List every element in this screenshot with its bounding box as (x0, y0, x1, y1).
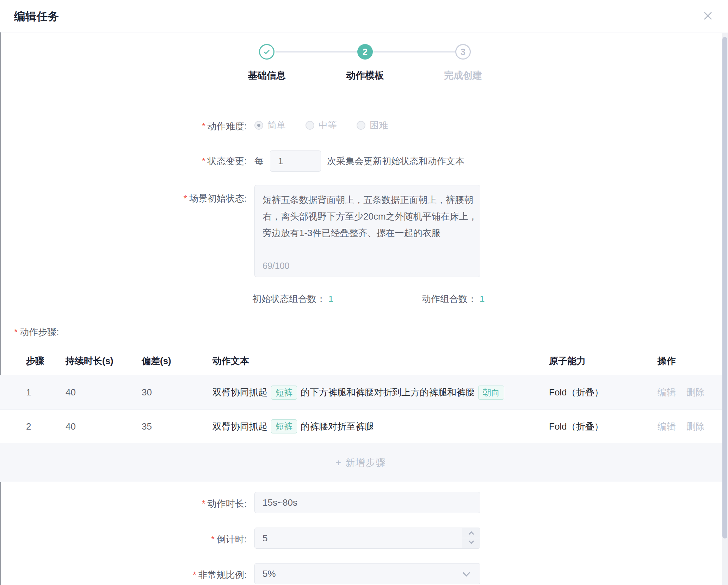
scene-text-line: 右，离头部视野下方至少20cm之外随机平铺在床上， (263, 208, 472, 225)
step-1-circle (259, 44, 274, 60)
required-asterisk: * (211, 534, 215, 544)
countdown-label: *倒计时: (0, 533, 247, 545)
row2-action-text: 双臂协同抓起 短裤 的裤腰对折至裤腿 (212, 419, 549, 433)
col-header-action-text: 动作文本 (212, 355, 549, 367)
required-asterisk: * (14, 327, 18, 337)
unusual-ratio-label: *非常规比例: (0, 569, 247, 581)
initial-combo-value: 1 (328, 294, 333, 304)
chevron-up-icon (468, 531, 474, 537)
countdown-input[interactable]: 5 (254, 528, 480, 549)
edit-link[interactable]: 编辑 (658, 420, 676, 433)
row1-action-text: 双臂协同抓起 短裤 的下方裤腿和裤腰对折到上方的裤腿和裤腰 朝向 (212, 386, 549, 400)
step-1-label: 基础信息 (224, 69, 309, 82)
scrollbar-track[interactable] (722, 33, 728, 585)
difficulty-radio-group: 简单 中等 困难 (254, 119, 408, 131)
row1-operations: 编辑 删除 (658, 386, 722, 399)
unusual-ratio-select[interactable]: 5% (254, 563, 480, 584)
step-3-label: 完成创建 (421, 69, 505, 82)
scene-text-line: 短裤五条数据背面朝上，五条数据正面朝上，裤腰朝 (263, 192, 472, 208)
add-step-row: + 新增步骤 (0, 443, 722, 482)
table-row: 1 40 30 双臂协同抓起 短裤 的下方裤腿和裤腰对折到上方的裤腿和裤腰 朝向… (0, 375, 722, 410)
action-steps-label: *动作步骤: (14, 326, 59, 338)
action-duration-label: *动作时长: (0, 498, 247, 510)
step-3-circle: 3 (455, 44, 471, 60)
required-asterisk: * (184, 193, 187, 204)
radio-easy[interactable]: 简单 (254, 119, 286, 131)
delete-link[interactable]: 删除 (686, 386, 705, 399)
edit-link[interactable]: 编辑 (658, 386, 676, 399)
orientation-tag: 朝向 (478, 386, 504, 400)
delete-link[interactable]: 删除 (686, 420, 705, 433)
step-2-circle: 2 (357, 44, 373, 60)
row1-ability: Fold（折叠） (549, 386, 658, 399)
radio-easy-circle[interactable] (254, 121, 263, 130)
scene-state-label: *场景初始状态: (0, 192, 247, 204)
radio-medium[interactable]: 中等 (306, 119, 337, 131)
table-row: 2 40 35 双臂协同抓起 短裤 的裤腰对折至裤腿 Fold（折叠） 编辑 删… (0, 410, 722, 443)
state-change-suffix: 次采集会更新初始状态和动作文本 (327, 155, 464, 167)
scene-text-line: 旁边放有1-3件已经叠整齐、摞在一起的衣服 (263, 225, 472, 241)
edit-task-dialog: 编辑任务 2 3 基础信息 动作模板 完成创建 *动作难度: 简单 (0, 0, 728, 585)
step-3-number: 3 (461, 47, 465, 57)
action-combo-count: 动作组合数：1 (422, 293, 485, 305)
check-icon (263, 48, 271, 56)
col-header-deviation: 偏差(s) (142, 355, 212, 367)
radio-medium-circle[interactable] (306, 121, 314, 130)
state-change-label: *状态变更: (0, 155, 247, 167)
add-step-button[interactable]: + 新增步骤 (335, 456, 386, 469)
row2-deviation: 35 (142, 421, 212, 432)
step-2-label: 动作模板 (323, 69, 407, 82)
col-header-duration: 持续时长(s) (66, 355, 142, 367)
row2-step: 2 (0, 421, 66, 432)
required-asterisk: * (202, 156, 205, 166)
step-connector-2 (374, 51, 455, 53)
scrollbar-thumb[interactable] (722, 37, 727, 538)
step-2-number: 2 (363, 47, 368, 57)
required-asterisk: * (202, 121, 205, 131)
required-asterisk: * (193, 569, 196, 580)
dialog-header: 编辑任务 (0, 0, 728, 32)
chevron-down-icon (468, 538, 474, 544)
radio-medium-label: 中等 (319, 119, 337, 131)
row2-operations: 编辑 删除 (658, 420, 722, 433)
radio-easy-label: 简单 (267, 119, 286, 131)
row2-duration: 40 (66, 421, 142, 432)
object-tag: 短裤 (271, 386, 297, 400)
countdown-spinner (462, 528, 480, 548)
object-tag: 短裤 (271, 419, 297, 433)
char-counter: 69/100 (263, 261, 289, 271)
action-duration-input[interactable]: 15s~80s (254, 492, 480, 513)
col-header-operations: 操作 (658, 355, 722, 367)
step-connector-1 (276, 51, 357, 53)
radio-hard-circle[interactable] (357, 121, 365, 130)
state-change-prefix: 每 (254, 155, 264, 167)
radio-hard-label: 困难 (370, 119, 388, 131)
row2-ability: Fold（折叠） (549, 420, 658, 433)
action-combo-value: 1 (480, 294, 485, 304)
spinner-down-button[interactable] (462, 538, 480, 548)
table-header-row: 步骤 持续时长(s) 偏差(s) 动作文本 原子能力 操作 (0, 347, 722, 375)
radio-hard[interactable]: 困难 (357, 119, 388, 131)
difficulty-label: *动作难度: (0, 120, 247, 132)
row1-duration: 40 (66, 387, 142, 398)
required-asterisk: * (202, 498, 205, 509)
close-icon[interactable] (702, 10, 714, 22)
dialog-title: 编辑任务 (14, 9, 59, 24)
scene-state-textarea[interactable]: 短裤五条数据背面朝上，五条数据正面朝上，裤腰朝 右，离头部视野下方至少20cm之… (254, 185, 480, 277)
spinner-up-button[interactable] (462, 528, 480, 538)
state-change-input[interactable]: 1 (270, 150, 321, 172)
initial-combo-count: 初始状态组合数：1 (252, 293, 333, 305)
row1-step: 1 (0, 387, 66, 398)
row1-deviation: 30 (142, 387, 212, 398)
col-header-ability: 原子能力 (549, 355, 658, 367)
dialog-left-edge (0, 0, 1, 585)
action-steps-table: 步骤 持续时长(s) 偏差(s) 动作文本 原子能力 操作 1 40 30 双臂… (0, 347, 722, 482)
col-header-step: 步骤 (0, 355, 66, 367)
